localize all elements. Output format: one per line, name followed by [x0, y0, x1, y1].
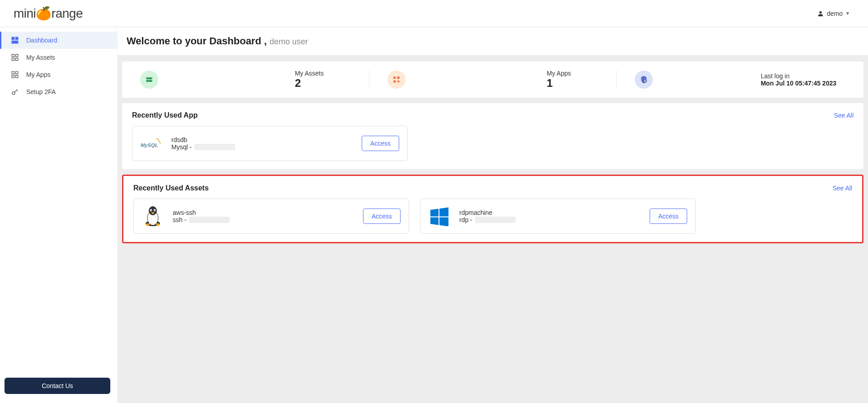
key-icon — [11, 88, 19, 96]
svg-rect-3 — [12, 41, 18, 43]
svg-point-26 — [151, 210, 152, 211]
user-menu[interactable]: demo ▼ — [817, 10, 850, 17]
svg-rect-11 — [16, 76, 18, 78]
sidebar-label: Setup 2FA — [26, 88, 56, 95]
svg-rect-13 — [146, 77, 152, 79]
stat-value: Mon Jul 10 05:47:45 2023 — [761, 80, 836, 87]
svg-rect-16 — [397, 76, 400, 79]
svg-text:MySQL: MySQL — [141, 142, 158, 148]
svg-rect-2 — [16, 37, 18, 39]
app-type: Mysql - — [171, 143, 192, 151]
stat-label: My Apps — [547, 70, 571, 77]
apps-icon — [11, 71, 19, 79]
section-recent-apps: Recently Used App See All MySQL rdsdb My… — [122, 103, 863, 169]
linux-icon — [142, 205, 164, 227]
svg-rect-17 — [393, 81, 396, 83]
logo-suffix: range — [52, 6, 83, 20]
svg-rect-14 — [146, 80, 152, 82]
section-recent-assets: Recently Used Assets See All aws-ssh ssh… — [122, 175, 863, 243]
redacted-host — [475, 217, 516, 223]
svg-rect-8 — [12, 71, 14, 74]
svg-point-25 — [154, 209, 156, 212]
svg-rect-6 — [12, 58, 14, 61]
asset-type: ssh - — [173, 216, 186, 223]
stat-label: Last log in — [761, 72, 836, 80]
stats-row: My Assets 2 My Apps 1 — [122, 62, 863, 98]
svg-rect-15 — [393, 76, 396, 79]
stat-assets: My Assets 2 — [122, 70, 369, 90]
sidebar-label: Dashboard — [26, 37, 57, 44]
svg-rect-10 — [12, 76, 14, 78]
sidebar-item-2fa[interactable]: Setup 2FA — [0, 83, 117, 100]
see-all-link[interactable]: See All — [834, 112, 854, 119]
sidebar-item-dashboard[interactable]: Dashboard — [0, 32, 117, 49]
sidebar-item-apps[interactable]: My Apps — [0, 66, 117, 83]
access-button[interactable]: Access — [362, 136, 399, 151]
dashboard-icon — [11, 36, 19, 44]
sidebar-label: My Apps — [26, 71, 51, 78]
stat-value: 1 — [547, 77, 571, 90]
app-card: MySQL rdsdb Mysql - Access — [132, 126, 408, 161]
stat-login: Last log in Mon Jul 10 05:47:45 2023 — [617, 70, 863, 90]
svg-point-0 — [819, 11, 821, 13]
access-button[interactable]: Access — [650, 209, 687, 224]
sidebar-item-assets[interactable]: My Assets — [0, 49, 117, 66]
main-content: Welcome to your Dashboard , demo user My… — [118, 27, 868, 403]
mysql-icon: MySQL — [141, 133, 162, 154]
svg-rect-5 — [16, 54, 18, 57]
asset-name: rdpmachine — [459, 209, 641, 216]
user-icon — [817, 10, 824, 17]
login-stat-icon — [635, 71, 653, 89]
svg-rect-7 — [16, 58, 18, 61]
section-title: Recently Used App — [132, 111, 198, 119]
asset-card: aws-ssh ssh - Access — [133, 199, 409, 234]
welcome-banner: Welcome to your Dashboard , demo user — [118, 27, 868, 55]
user-name: demo — [827, 10, 843, 17]
see-all-link[interactable]: See All — [832, 185, 852, 192]
logo-prefix: mini — [14, 6, 36, 20]
svg-point-12 — [12, 92, 15, 95]
stat-label: My Assets — [295, 70, 324, 77]
logo: mini🍊range — [14, 6, 83, 21]
welcome-username: demo user — [269, 37, 308, 46]
assets-stat-icon — [140, 71, 158, 89]
sidebar: Dashboard My Assets My Apps Setup 2FA Co… — [0, 27, 118, 403]
svg-rect-1 — [12, 37, 14, 39]
redacted-host — [189, 217, 230, 223]
svg-point-19 — [644, 80, 646, 81]
svg-rect-9 — [16, 71, 18, 74]
stat-value: 2 — [295, 77, 324, 90]
redacted-host — [194, 144, 235, 150]
welcome-title: Welcome to your Dashboard , — [127, 35, 267, 47]
section-title: Recently Used Assets — [133, 184, 209, 192]
app-name: rdsdb — [171, 136, 353, 143]
svg-point-24 — [150, 209, 152, 212]
contact-button[interactable]: Contact Us — [5, 378, 110, 394]
logo-highlight: 🍊 — [36, 6, 52, 20]
windows-icon — [429, 205, 450, 227]
svg-rect-4 — [12, 54, 14, 57]
stat-apps: My Apps 1 — [369, 70, 617, 90]
sidebar-label: My Assets — [26, 54, 55, 61]
assets-icon — [11, 53, 19, 62]
asset-card: rdpmachine rdp - Access — [420, 199, 696, 234]
chevron-down-icon: ▼ — [845, 11, 850, 16]
asset-name: aws-ssh — [173, 209, 354, 216]
svg-point-27 — [154, 210, 155, 211]
asset-type: rdp - — [459, 216, 472, 223]
header: mini🍊range demo ▼ — [0, 0, 868, 27]
apps-stat-icon — [387, 71, 406, 89]
access-button[interactable]: Access — [363, 209, 401, 224]
